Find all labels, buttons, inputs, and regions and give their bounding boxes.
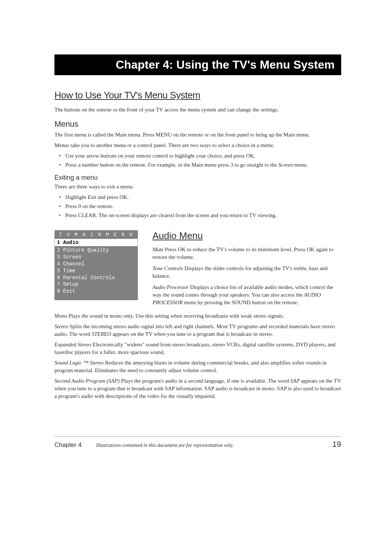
list-item: Press a number button on the remote. For… [54,161,341,169]
desc: Press OK to reduce the TV's volume to it… [152,247,333,260]
audio-entry-sap: Second Audio Program (SAP) Plays the pro… [54,377,341,400]
desc: Electronically "widens" sound from stere… [54,342,335,355]
tv-menu-item: 0 Exit [57,288,135,295]
tv-menu-items: 2 Picture Quality 3 Screen 4 Channel 5 T… [55,246,138,300]
exiting-heading: Exiting a menu [54,174,341,182]
exiting-bullet-list: Highlight Exit and press OK. Press 0 on … [54,194,341,219]
term: Mute [152,247,164,252]
tv-menu-item: 6 Parental Controls [57,274,135,281]
list-item: Highlight Exit and press OK. [54,194,341,201]
audio-entry-stereo: Stereo Splits the incoming stereo audio … [54,323,341,338]
list-item-text: Press a number button on the remote. For… [65,162,308,168]
menus-heading: Menus [54,119,341,129]
list-item: Use your arrow buttons on your remote co… [54,152,341,160]
audio-entry-mute: Mute Press OK to reduce the TV's volume … [152,246,341,261]
tv-menu-selected: 1 Audio [55,239,138,246]
list-item: Press CLEAR. The on-screen displays are … [54,212,341,219]
audio-entry-soundlogic: Sound Logic ™ Stereo Reduces the annoyin… [54,359,341,374]
footer-chapter: Chapter 4 [54,441,82,449]
list-item-text: Highlight Exit and press OK. [65,194,129,200]
tv-menu-item: 2 Picture Quality [57,247,135,254]
term: Expanded Stereo [54,342,91,347]
audio-entries-fullwidth: Mono Plays the sound in mono only. Use t… [54,312,341,400]
tv-menu-item: 5 Time [57,268,135,274]
term: Second Audio Program (SAP) [54,378,120,384]
desc: Splits the incoming stereo audio signal … [54,323,335,337]
tv-main-menu-illustration: T V M A I N M E N U 1 Audio 2 Picture Qu… [54,230,138,300]
tv-menu-item: 7 Setup [57,281,135,288]
audio-entry-tone: Tone Controls Displays the slider contro… [152,265,341,280]
exiting-intro: There are three ways to exit a menu: [54,183,341,191]
list-item: Press 0 on the remote. [54,203,341,210]
term: Tone Controls [152,265,183,271]
tv-menu-title: T V M A I N M E N U [55,231,138,239]
footer-page-number: 19 [332,440,341,449]
audio-entry-expanded: Expanded Stereo Electronically "widens" … [54,341,341,356]
term: Audio Processor [152,284,189,290]
term: Sound Logic ™ Stereo [54,360,103,366]
two-column-section: T V M A I N M E N U 1 Audio 2 Picture Qu… [54,230,341,310]
term: Stereo [54,323,68,329]
page-content: Chapter 4: Using the TV's Menu System Ho… [0,0,392,471]
desc: Plays the sound in mono only. Use this s… [67,313,284,319]
menus-para-2: Menus take you to another menu or a cont… [54,142,341,149]
audio-menu-heading: Audio Menu [152,230,341,241]
section-heading-howto: How to Use Your TV's Menu System [54,90,341,101]
section-intro: The buttons on the remote or the front o… [54,106,341,114]
tv-menu-item: 4 Channel [57,261,135,268]
tv-menu-item: 3 Screen [57,254,135,261]
page-footer: Chapter 4 Illustrations contained in thi… [54,436,341,449]
term: Mono [54,313,67,319]
menus-bullet-list: Use your arrow buttons on your remote co… [54,152,341,169]
footer-note: Illustrations contained in this document… [96,443,332,448]
chapter-title-bar: Chapter 4: Using the TV's Menu System [54,54,341,75]
audio-menu-column: Audio Menu Mute Press OK to reduce the T… [152,230,341,310]
audio-entry-mono: Mono Plays the sound in mono only. Use t… [54,312,341,320]
menus-para-1: The first menu is called the Main menu. … [54,131,341,139]
audio-entry-processor: Audio Processor Displays a choice list o… [152,284,341,306]
